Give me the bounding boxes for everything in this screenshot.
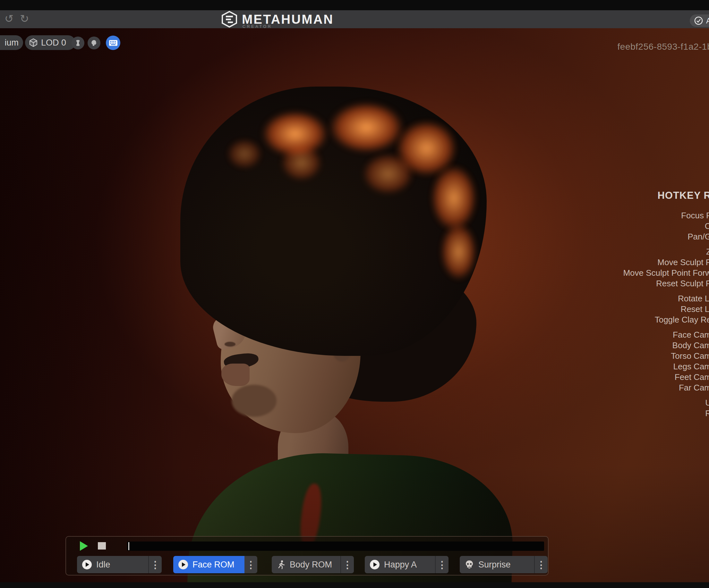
clip-label: Face ROM bbox=[192, 560, 235, 570]
hotkey-line: Toggle Clay Re bbox=[623, 314, 709, 325]
hotkey-line: Reset Li bbox=[623, 304, 709, 314]
hotkey-line: Reset Sculpt P bbox=[623, 278, 709, 289]
check-circle-icon bbox=[694, 16, 703, 25]
cube-icon bbox=[29, 38, 38, 47]
animation-playbar: Idle ⋮ Face ROM ⋮ Body ROM ⋮ bbox=[65, 536, 549, 576]
clip-label: Happy A bbox=[384, 560, 417, 570]
hotkey-line: Torso Cam bbox=[623, 351, 709, 361]
clip-label: Idle bbox=[96, 560, 110, 570]
top-bar: ↺ ↻ METAHUMAN CREATOR A bbox=[0, 10, 709, 28]
head-view-button[interactable] bbox=[87, 36, 100, 49]
hotkey-line: Body Cam bbox=[623, 340, 709, 351]
clip-button-happy-a[interactable]: Happy A ⋮ bbox=[365, 556, 448, 573]
status-text-fragment: A bbox=[706, 16, 709, 25]
clip-menu-button[interactable]: ⋮ bbox=[149, 559, 162, 570]
hotkey-line: U bbox=[623, 397, 709, 408]
character-lips bbox=[221, 364, 250, 386]
hotkey-line: O bbox=[623, 221, 709, 231]
clip-button-surprise[interactable]: Surprise ⋮ bbox=[460, 556, 548, 573]
head-profile-icon bbox=[90, 39, 98, 47]
logo-subtitle: CREATOR bbox=[242, 24, 272, 29]
hotkey-title: HOTKEY R bbox=[623, 190, 709, 201]
hotkey-line: Rotate Li bbox=[623, 293, 709, 304]
keyboard-shortcuts-button[interactable] bbox=[106, 35, 120, 50]
playhead[interactable] bbox=[128, 542, 129, 550]
quality-label: ium bbox=[4, 38, 19, 48]
timeline-scrubber[interactable] bbox=[127, 541, 544, 551]
clip-button-idle[interactable]: Idle ⋮ bbox=[77, 556, 162, 573]
character-nostril bbox=[225, 342, 235, 346]
clip-menu-button[interactable]: ⋮ bbox=[244, 559, 257, 570]
session-id: feebf256-8593-f1a2-1b bbox=[618, 42, 709, 52]
metahuman-logo: METAHUMAN CREATOR bbox=[221, 10, 334, 28]
clip-menu-button[interactable]: ⋮ bbox=[341, 559, 354, 570]
lod-button[interactable]: LOD 0 bbox=[25, 35, 75, 50]
clip-menu-button[interactable]: ⋮ bbox=[436, 559, 448, 570]
runner-icon bbox=[277, 560, 285, 569]
autosave-status-button[interactable]: A bbox=[690, 15, 709, 27]
skull-icon bbox=[465, 560, 474, 569]
hotkey-line: Far Cam bbox=[623, 383, 709, 393]
head-play-icon bbox=[82, 560, 92, 569]
quality-preset-button[interactable]: ium bbox=[0, 35, 23, 50]
hotkey-line: Focus F bbox=[623, 210, 709, 221]
clip-label: Body ROM bbox=[290, 560, 332, 570]
character-hair bbox=[180, 87, 487, 356]
hotkey-line: Legs Cam bbox=[623, 361, 709, 372]
hotkey-group-light: Rotate Li Reset Li Toggle Clay Re bbox=[623, 293, 709, 325]
play-button[interactable] bbox=[80, 541, 88, 551]
hotkey-line: Feet Cam bbox=[623, 372, 709, 383]
head-play-icon bbox=[370, 560, 379, 569]
keyboard-icon bbox=[109, 40, 117, 46]
clip-button-face-rom[interactable]: Face ROM ⋮ bbox=[173, 556, 257, 573]
hotkey-line: Pan/G bbox=[623, 231, 709, 242]
lod-label: LOD 0 bbox=[41, 38, 66, 48]
metahuman-hexagon-icon bbox=[221, 11, 237, 28]
bottom-black-strip bbox=[0, 582, 709, 588]
hotkey-reference-panel: HOTKEY R Focus F O Pan/G Z Move Sculpt P… bbox=[623, 190, 709, 423]
hotkey-line: R bbox=[623, 408, 709, 419]
hotkey-group-cameras: Face Cam Body Cam Torso Cam Legs Cam Fee… bbox=[623, 330, 709, 393]
hotkey-line: Move Sculpt P bbox=[623, 257, 709, 268]
hotkey-line: Face Cam bbox=[623, 330, 709, 340]
viewport-3d[interactable] bbox=[0, 28, 709, 588]
top-black-strip bbox=[0, 0, 709, 10]
undo-icon[interactable]: ↺ bbox=[4, 13, 14, 24]
bone-icon bbox=[74, 39, 82, 47]
hotkey-group-history: U R bbox=[623, 397, 709, 419]
hotkey-line: Move Sculpt Point Forw bbox=[623, 268, 709, 278]
head-play-icon bbox=[178, 560, 188, 569]
redo-icon[interactable]: ↻ bbox=[20, 13, 29, 24]
clip-menu-button[interactable]: ⋮ bbox=[535, 559, 548, 570]
clip-button-body-rom[interactable]: Body ROM ⋮ bbox=[272, 556, 354, 573]
hotkey-line: Z bbox=[623, 247, 709, 257]
hotkey-group-sculpt: Z Move Sculpt P Move Sculpt Point Forw R… bbox=[623, 247, 709, 289]
hotkey-group-camera-nav: Focus F O Pan/G bbox=[623, 210, 709, 242]
stop-button[interactable] bbox=[98, 542, 106, 550]
skeleton-toggle-button[interactable] bbox=[72, 36, 84, 49]
metahuman-creator-window: ↺ ↻ METAHUMAN CREATOR A ium bbox=[0, 0, 709, 588]
character-chin-shadow bbox=[232, 385, 277, 417]
clip-label: Surprise bbox=[478, 560, 511, 570]
